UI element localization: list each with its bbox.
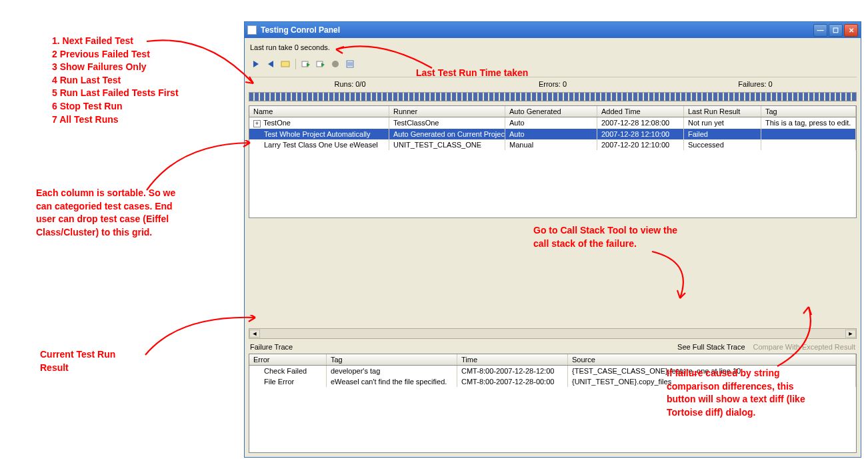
trace-grid-header[interactable]: Error Tag Time Source — [249, 354, 856, 366]
previous-failed-test-button[interactable] — [265, 58, 277, 70]
cell-result: Not run yet — [684, 117, 761, 129]
cell-name: Larry Test Class One Use eWeasel — [249, 139, 389, 150]
horizontal-scrollbar[interactable]: ◄ ► — [249, 328, 857, 339]
cell-runner: TestClassOne — [389, 117, 505, 129]
testing-control-panel-window: Testing Conrol Panel — ☐ ✕ Last run take… — [244, 21, 861, 458]
expand-toggle[interactable]: + — [253, 120, 261, 127]
scroll-right-arrow[interactable]: ► — [845, 330, 856, 338]
col-header-error[interactable]: Error — [249, 354, 327, 365]
run-last-test-button[interactable] — [300, 58, 312, 70]
annotation-toolbar-4: 4 Run Last Test — [52, 74, 179, 87]
col-header-result[interactable]: Last Run Result — [684, 106, 761, 117]
cell-added: 2007-12-20 12:10:00 — [597, 139, 684, 150]
see-full-stack-trace-link[interactable]: See Full Stack Trace — [677, 343, 745, 351]
table-row[interactable]: File Error eWeasel can't find the file s… — [249, 376, 856, 387]
cell-tag[interactable] — [761, 129, 856, 139]
cell-error: File Error — [249, 376, 327, 387]
table-row[interactable]: Test Whole Project Automatically Auto Ge… — [249, 129, 856, 139]
annotation-sortable-1: Each column is sortable. So we — [36, 187, 175, 200]
scroll-left-arrow[interactable]: ◄ — [249, 330, 260, 338]
col-header-tag[interactable]: Tag — [761, 106, 856, 117]
cell-tag[interactable] — [761, 139, 856, 150]
titlebar[interactable]: Testing Conrol Panel — ☐ ✕ — [245, 22, 861, 38]
stat-failures: Failures: 0 — [654, 80, 857, 88]
cell-result: Successed — [684, 139, 761, 150]
compare-with-expected-result-link[interactable]: Compare With Excepted Result — [753, 343, 855, 351]
col-header-runner[interactable]: Runner — [389, 106, 505, 117]
annotation-toolbar-3: 3 Show Failures Only — [52, 61, 179, 74]
table-row[interactable]: Larry Test Class One Use eWeasel UNIT_TE… — [249, 139, 856, 150]
close-button[interactable]: ✕ — [844, 24, 858, 37]
annotation-current-result-1: Current Test Run — [40, 348, 115, 362]
annotation-sortable-2: can categoried test cases. End — [36, 200, 175, 213]
cell-source: {UNIT_TEST_ONE}.copy_files — [568, 376, 856, 387]
annotation-toolbar-1: 1. Next Failed Test — [52, 35, 179, 48]
cell-added: 2007-12-28 12:08:00 — [597, 117, 684, 129]
stat-runs: Runs: 0/0 — [249, 80, 451, 88]
annotation-toolbar-6: 6 Stop Test Run — [52, 100, 179, 113]
cell-name: Test Whole Project Automatically — [249, 129, 389, 139]
maximize-button[interactable]: ☐ — [829, 24, 843, 37]
table-row[interactable]: +TestOne TestClassOne Auto 2007-12-28 12… — [249, 117, 856, 129]
failure-trace-grid[interactable]: Error Tag Time Source Check Failed devel… — [249, 354, 857, 453]
last-run-status: Last run take 0 seconds. — [249, 41, 857, 57]
col-header-tag[interactable]: Tag — [327, 354, 457, 365]
svg-point-3 — [332, 61, 339, 67]
svg-rect-0 — [281, 61, 289, 67]
cell-tag[interactable]: This is a tag, press to edit. — [761, 117, 856, 129]
stat-errors: Errors: 0 — [451, 80, 654, 88]
col-header-added[interactable]: Added Time — [597, 106, 684, 117]
annotation-current-result-2: Result — [40, 362, 115, 375]
cell-time: CMT-8:00-2007-12-28-12:00 — [457, 366, 568, 376]
annotation-toolbar-5: 5 Run Last Failed Tests First — [52, 87, 179, 100]
cell-auto: Auto — [505, 129, 597, 139]
stop-test-run-button[interactable] — [329, 58, 341, 70]
test-grid-body[interactable]: +TestOne TestClassOne Auto 2007-12-28 12… — [249, 117, 856, 217]
run-last-failed-tests-first-button[interactable] — [315, 58, 327, 70]
annotation-sortable-4: Class/Cluster) to this grid. — [36, 226, 175, 240]
failure-trace-label: Failure Trace — [250, 343, 293, 351]
test-grid-header[interactable]: Name Runner Auto Generated Added Time La… — [249, 106, 856, 117]
cell-runner: Auto Generated on Current Project — [389, 129, 505, 139]
col-header-source[interactable]: Source — [568, 354, 856, 365]
col-header-name[interactable]: Name — [249, 106, 389, 117]
test-cases-grid[interactable]: Name Runner Auto Generated Added Time La… — [249, 105, 857, 218]
minimize-button[interactable]: — — [813, 24, 827, 37]
cell-source: {TEST_CASE_CLASS_ONE}.feature_one at lin… — [568, 366, 856, 376]
col-header-auto[interactable]: Auto Generated — [505, 106, 597, 117]
next-failed-test-button[interactable] — [250, 58, 262, 70]
cell-result: Failed — [684, 129, 761, 139]
col-header-time[interactable]: Time — [457, 354, 568, 365]
annotation-toolbar-2: 2 Previous Failed Test — [52, 48, 179, 61]
window-icon — [247, 25, 257, 35]
cell-runner: UNIT_TEST_CLASS_ONE — [389, 139, 505, 150]
table-row[interactable]: Check Failed developer's tag CMT-8:00-20… — [249, 366, 856, 376]
cell-auto: Auto — [505, 117, 597, 129]
cell-tag: eWeasel can't find the file specified. — [327, 376, 457, 387]
cell-name: TestOne — [263, 119, 291, 127]
annotation-sortable-3: user can drop test case (Eiffel — [36, 213, 175, 226]
window-title: Testing Conrol Panel — [261, 25, 813, 35]
trace-grid-body[interactable]: Check Failed developer's tag CMT-8:00-20… — [249, 366, 856, 452]
progress-bar — [249, 92, 857, 101]
all-test-runs-button[interactable] — [344, 58, 356, 70]
show-failures-only-button[interactable] — [279, 58, 291, 70]
stats-bar: Runs: 0/0 Errors: 0 Failures: 0 — [249, 77, 857, 91]
annotation-toolbar-7: 7 All Test Runs — [52, 113, 179, 127]
cell-error: Check Failed — [249, 366, 327, 376]
toolbar — [249, 57, 857, 77]
cell-added: 2007-12-28 12:10:00 — [597, 129, 684, 139]
cell-auto: Manual — [505, 139, 597, 150]
cell-tag: developer's tag — [327, 366, 457, 376]
toolbar-separator — [295, 59, 296, 69]
cell-time: CMT-8:00-2007-12-28-00:00 — [457, 376, 568, 387]
